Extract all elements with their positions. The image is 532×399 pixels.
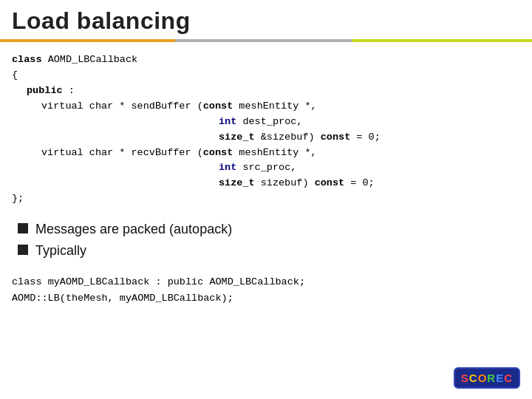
code-line: virtual char * sendBuffer (const meshEnt… [12,99,520,115]
code-line: public : [12,83,520,99]
bullet-text: Typically [35,242,86,260]
code-line: AOMD::LB(theMesh, myAOMD_LBCallback); [12,290,520,307]
list-item: Typically [18,242,520,260]
bullet-list: Messages are packed (autopack) Typically [18,220,520,260]
scorec-logo: SCOREC [454,367,520,389]
bullet-icon [18,223,28,233]
keyword-int: int [219,116,236,127]
keyword: public [168,276,204,287]
code-line: virtual char * recvBuffer (const meshEnt… [12,146,520,161]
code-block-1: class AOMD_LBCallback { public : virtual… [12,52,520,207]
bullet-text: Messages are packed (autopack) [35,220,232,239]
code-line: class myAOMD_LBCallback : public AOMD_LB… [12,274,520,290]
main-content: class AOMD_LBCallback { public : virtual… [0,42,532,314]
keyword-size: size_t [219,132,255,143]
code-line: class AOMD_LBCallback [12,52,520,68]
code-line: { [12,68,520,83]
keyword: class [12,276,42,287]
keyword-int2: int [219,162,236,173]
header: Load balancing [0,0,532,42]
list-item: Messages are packed (autopack) [18,220,520,239]
code-line: }; [12,191,520,207]
page-title: Load balancing [12,7,520,35]
bullet-icon [18,245,28,255]
keyword: class [12,54,42,65]
keyword-size2: size_t [219,177,255,188]
keyword: public [27,85,63,96]
code-block-2: class myAOMD_LBCallback : public AOMD_LB… [12,274,520,307]
